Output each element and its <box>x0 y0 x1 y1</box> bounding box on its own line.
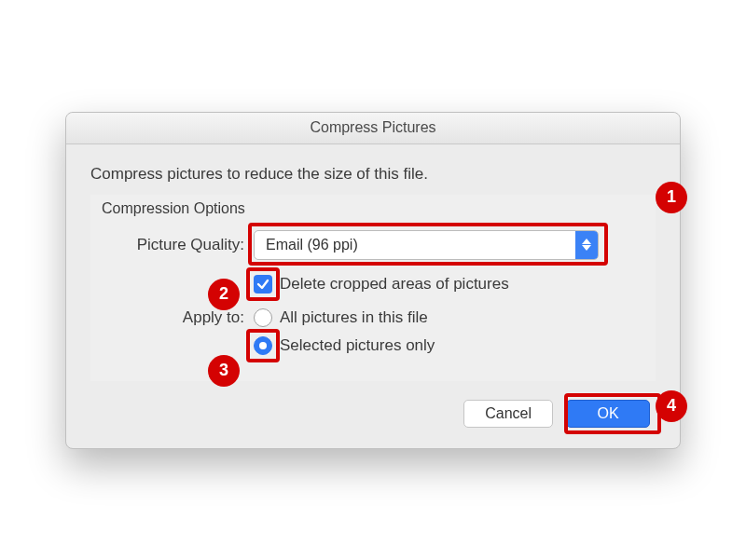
apply-selected-radio[interactable] <box>254 336 272 355</box>
dialog-description: Compress pictures to reduce the size of … <box>90 165 656 184</box>
apply-to-label: Apply to: <box>100 308 254 327</box>
group-title: Compression Options <box>100 200 646 217</box>
ok-button[interactable]: OK <box>566 400 650 428</box>
delete-cropped-checkbox[interactable] <box>254 275 272 294</box>
chevron-updown-icon <box>575 231 598 259</box>
apply-all-radio[interactable] <box>254 308 272 327</box>
apply-to-row: Apply to: All pictures in this file <box>100 308 646 327</box>
apply-selected-label: Selected pictures only <box>280 336 435 355</box>
apply-all-label: All pictures in this file <box>280 308 428 327</box>
delete-cropped-row: Delete cropped areas of pictures <box>100 275 646 294</box>
dialog-titlebar: Compress Pictures <box>66 113 680 144</box>
dialog-button-row: Cancel OK <box>90 400 656 428</box>
dialog-content: Compress pictures to reduce the size of … <box>66 144 680 448</box>
picture-quality-label: Picture Quality: <box>100 236 254 254</box>
picture-quality-select[interactable]: Email (96 ppi) <box>254 230 599 260</box>
dialog-title: Compress Pictures <box>310 119 435 136</box>
picture-quality-value: Email (96 ppi) <box>266 237 358 253</box>
compress-pictures-dialog: Compress Pictures Compress pictures to r… <box>65 112 681 449</box>
cancel-button[interactable]: Cancel <box>463 400 553 428</box>
delete-cropped-label: Delete cropped areas of pictures <box>280 275 509 294</box>
compression-options-group: Compression Options Picture Quality: Ema… <box>90 195 656 381</box>
picture-quality-row: Picture Quality: Email (96 ppi) <box>100 230 646 260</box>
apply-selected-row: Selected pictures only <box>100 336 646 355</box>
